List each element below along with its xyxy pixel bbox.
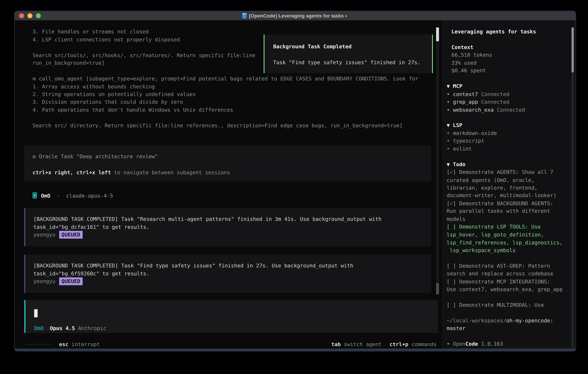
mcp-section-header[interactable]: ▼ MCP [447,82,462,90]
commands-hint: ctrl+pcommands [389,341,437,348]
scrollback-line: run_in_background=true] [32,59,105,67]
omo-agent-icon [32,192,37,198]
task-result-line: task_id="bg_6f59260c" to get results. [33,270,149,278]
terminal-window: [OpenCode] Leveraging agents for tasks ◐… [14,11,576,352]
bullet-icon: • [447,99,450,105]
lsp-section-header[interactable]: ▼ LSP [447,121,462,129]
chat-scrollbar[interactable] [436,28,439,294]
todo-pending-line: [ ] Demonstrate AST-GREP: Pattern [447,262,550,270]
mcp-item: • grep_app Connected [447,98,509,106]
todo-pending-line: Use context7, websearch_exa, grep_app [447,285,563,293]
toast-title: Background Task Completed [273,43,352,51]
background-task-card: [BACKGROUND TASK COMPLETED] Task "Find t… [24,255,431,293]
sidebar-scrollbar[interactable] [571,28,574,348]
bullet-icon: • [447,130,450,136]
background-task-card: [BACKGROUND TASK COMPLETED] Task "Resear… [24,208,431,246]
mcp-item: • context7 Connected [447,90,509,98]
traffic-lights [19,13,41,18]
chat-scrollbar-thumb[interactable] [436,28,439,41]
session-title: Leveraging agents for tasks [452,28,536,36]
todo-done-line: document-writer, multimodal-looker) [447,191,556,199]
agent-header: OmO · claude-opus-4-5 [32,192,113,200]
queued-badge: QUEUED [59,231,83,239]
scrollback-line: Search src/tools/, src/hooks/, src/featu… [32,52,255,59]
context-spent: $0.46 spent [452,67,486,74]
todo-done-line: curated agents (OmO, oracle, [447,176,535,184]
minimize-button[interactable] [28,13,32,18]
task-result-line: [BACKGROUND TASK COMPLETED] Task "Resear… [33,215,381,223]
window-title: [OpenCode] Leveraging agents for tasks ◐ [249,11,348,20]
tool-call-line: 2. String operations on potentially unde… [32,90,196,98]
task-meta-line: yeongyuQUEUED [33,231,83,239]
bullet-icon: • [447,341,450,347]
todo-done-line: [✓] Demonstrate AGENTS: Show all 7 [447,168,553,176]
tool-call-footer: Search src/ directory. Return specific f… [32,122,403,129]
task-meta-line: yeongyuQUEUED [33,277,83,285]
context-tokens: 66,518 tokens [452,51,492,59]
background-task-toast: Background Task Completed Task "Find typ… [264,34,433,73]
todo-active-line: lsp_workspace_symbols [447,246,516,254]
sidebar-scrollbar-thumb[interactable] [571,28,574,72]
todo-pending-line: search and replace across codebase [447,270,553,278]
toast-body: Task "Find type safety issues" finished … [273,59,420,66]
bullet-icon: • [447,146,450,152]
bullet-icon: • [447,91,450,97]
task-result-line: [BACKGROUND TASK COMPLETED] Task "Find t… [33,262,353,270]
oracle-icon: ◎ [32,154,36,159]
queued-badge: QUEUED [59,277,83,285]
todo-done-line: [✓] Demonstrate BACKGROUND AGENTS: [447,200,553,208]
document-icon [242,13,247,19]
tool-call-line: 4. Path operations that don't handle Win… [32,106,233,114]
close-button[interactable] [19,13,24,18]
switch-agent-hint: tabswitch agent [331,341,381,348]
bullet-icon: • [447,107,450,113]
text-cursor [34,309,38,317]
todo-pending-line: [ ] Demonstrate MULTIMODAL: Use [447,301,544,309]
workspace-branch: master [447,324,465,332]
mcp-item: • websearch_exa Connected [447,106,525,114]
tool-call-line: 1. Array access without bounds checking [32,83,155,91]
todo-done-line: librarian, explore, frontend, [447,184,538,192]
context-heading: Context [452,43,473,51]
workspace-path: ~/local-workspaces/oh-my-opencode: [447,317,553,324]
zoom-button[interactable] [36,13,41,18]
todo-done-line: models [447,215,465,223]
task-result-line: task_id="bg_dcfac161" to get results. [33,223,149,231]
scrollback-line: 3. File handles or streams not closed [32,28,149,36]
todo-section-header[interactable]: ▼ Todo [447,161,465,168]
tool-call-header: ⚙ call_omo_agent [subagent_type=explore,… [32,75,418,83]
context-used: 33% used [452,59,476,67]
model-selector[interactable]: OmO Opus 4.5Anthropic [34,324,106,332]
todo-active-line: lsp_hover, lsp_goto_definition, [447,231,544,239]
todo-done-line: Run parallel tasks with different [447,207,550,215]
title-bar: [OpenCode] Leveraging agents for tasks ◐ [15,11,576,20]
version-line: • OpenCode 1.0.163 [447,340,503,348]
lsp-item: • eslint [447,145,472,153]
oracle-task-card: ◎ Oracle Task "Deep architecture review"… [24,146,431,181]
chat-scrollbar-thumb[interactable] [436,283,439,294]
gear-icon: ⚙ [32,76,36,82]
prompt-input[interactable]: OmO Opus 4.5Anthropic [24,300,438,333]
lsp-item: • typescript [447,137,484,145]
lsp-item: • markdown-oxide [447,129,497,137]
todo-active-line: lsp_find_references, lsp_diagnostics, [447,239,563,247]
interrupt-hint: escinterrupt [59,341,100,348]
tool-call-line: 3. Division operations that could divide… [32,98,183,106]
oracle-task-title: ◎ Oracle Task "Deep architecture review" [32,153,158,160]
subagent-nav-hint: ctrl+x right, ctrl+x left to navigate be… [32,169,230,177]
bullet-icon: • [447,138,450,144]
todo-pending-line: [ ] Demonstrate MCP INTEGRATIONS: [447,278,550,286]
working-spinner: ········· [26,341,52,348]
todo-active-line: [ ] Demonstrate LSP TOOLS: Use [447,223,541,231]
scrollback-line: 4. LSP client connections not properly d… [32,36,180,43]
